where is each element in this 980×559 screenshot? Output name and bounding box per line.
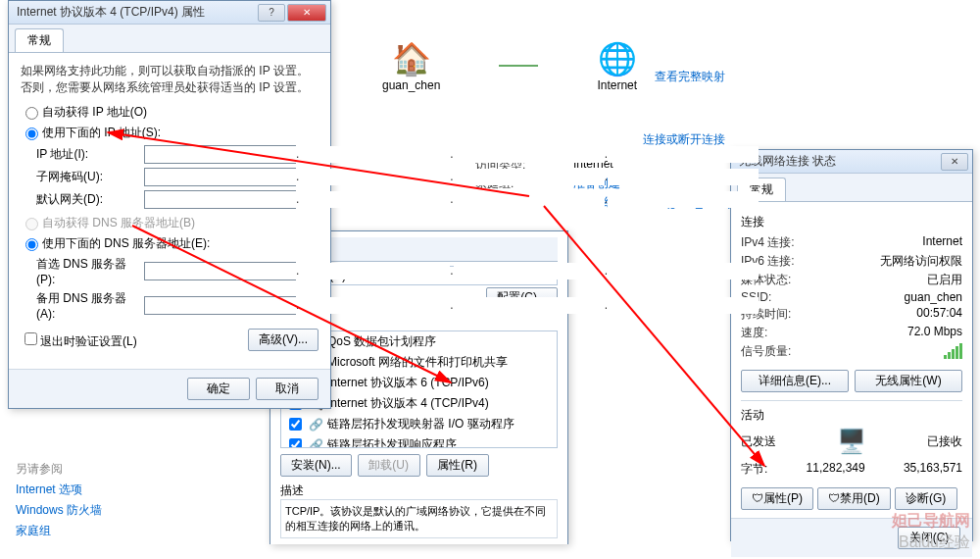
list-item: 🔗链路层拓扑发现映射器 I/O 驱动程序 — [281, 414, 557, 434]
ip-input[interactable]: ... — [144, 145, 296, 164]
firewall-link[interactable]: Windows 防火墙 — [16, 502, 163, 519]
net-icon: 🔗 — [309, 438, 323, 449]
globe-icon: 🌐 — [598, 39, 637, 78]
cancel-button[interactable]: 取消 — [256, 378, 318, 400]
inet-opts-link[interactable]: Internet 选项 — [16, 482, 163, 498]
recv-bytes: 35,163,571 — [904, 461, 962, 478]
ipv4-desc: 如果网络支持此功能，则可以获取自动指派的 IP 设置。否则，您需要从网络系统管理… — [21, 63, 318, 96]
details-button[interactable]: 详细信息(E)... — [741, 370, 849, 392]
internet-label: Internet — [597, 78, 637, 92]
help-icon[interactable]: ? — [258, 4, 285, 22]
wifi-status-window: 无线网络连接 状态 ✕ 常规 连接 IPv4 连接:Internet IPv6 … — [730, 149, 973, 541]
house-label: guan_chen — [382, 78, 440, 92]
manual-ip-radio[interactable] — [25, 127, 38, 140]
list-item: 🔗链路层拓扑发现响应程序 — [281, 434, 557, 448]
auto-ip-radio[interactable] — [25, 107, 38, 120]
baidu-watermark: Baidu经验 — [899, 533, 970, 553]
general-tab[interactable]: 常规 — [15, 28, 64, 52]
close-icon[interactable]: ✕ — [287, 4, 326, 22]
ipv4-title: Internet 协议版本 4 (TCP/IPv4) 属性 — [13, 4, 258, 21]
mask-input[interactable]: ... — [144, 168, 296, 186]
desc-label: 描述 — [280, 483, 558, 499]
dns1-input[interactable]: ... — [144, 262, 296, 280]
net-icon: 🔗 — [309, 418, 323, 432]
site-watermark: 妲己导航网 — [892, 511, 970, 532]
desc-text: TCP/IP。该协议是默认的广域网络协议，它提供在不同的相互连接的网络上的通讯。 — [280, 499, 558, 538]
gw-input[interactable]: ... — [144, 190, 296, 209]
conn-header: 连接 — [741, 214, 962, 230]
item-check[interactable] — [289, 438, 302, 448]
signal-icon — [944, 343, 962, 359]
exit-verify-check[interactable] — [24, 332, 37, 345]
ok-button[interactable]: 确定 — [187, 378, 250, 400]
wprops-button[interactable]: 无线属性(W) — [855, 370, 962, 392]
view-map-link[interactable]: 查看完整映射 — [655, 69, 725, 85]
advanced-button[interactable]: 高级(V)... — [248, 329, 318, 351]
house-icon: 🏠 — [392, 39, 431, 78]
close-icon[interactable]: ✕ — [941, 153, 968, 171]
install-button[interactable]: 安装(N)... — [280, 454, 352, 477]
monitor-icon: 🖥️ — [837, 428, 866, 455]
props-button[interactable]: 属性(R) — [426, 454, 489, 477]
homegroup-link[interactable]: 家庭组 — [16, 523, 163, 539]
line-icon — [499, 65, 538, 67]
wifi-title: 无线网络连接 状态 — [735, 153, 941, 170]
disable-button[interactable]: 🛡禁用(D) — [817, 487, 891, 510]
see-also-label: 另请参阅 — [16, 461, 163, 478]
shield-icon: 🛡 — [752, 491, 763, 505]
sent-bytes: 11,282,349 — [807, 461, 865, 478]
dns2-input[interactable]: ... — [144, 296, 296, 315]
activity-header: 活动 — [741, 407, 962, 424]
manual-dns-radio[interactable] — [25, 238, 38, 251]
ipv4-dialog: Internet 协议版本 4 (TCP/IPv4) 属性 ? ✕ 常规 如果网… — [8, 0, 331, 409]
wifi-props-button[interactable]: 🛡属性(P) — [741, 487, 813, 510]
auto-dns-radio — [25, 218, 38, 230]
uninstall-button: 卸载(U) — [358, 454, 420, 477]
item-check[interactable] — [289, 418, 302, 431]
shield-icon: 🛡 — [828, 491, 840, 505]
diag-button[interactable]: 诊断(G) — [895, 487, 957, 510]
